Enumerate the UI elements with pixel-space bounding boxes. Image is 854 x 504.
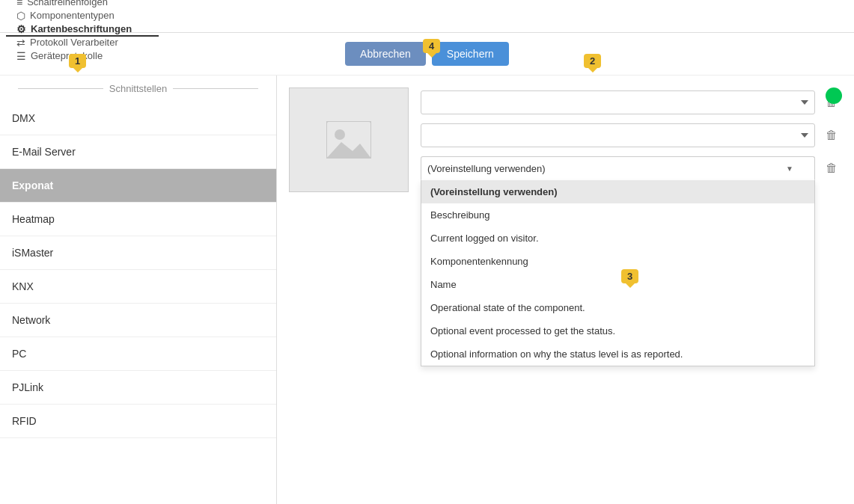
badge-3: 3 — [621, 269, 638, 283]
svg-marker-2 — [326, 142, 371, 159]
sidebar-item-knx[interactable]: KNX — [0, 270, 276, 304]
sidebar-item-pc[interactable]: PC — [0, 337, 276, 371]
badge-2: 2 — [584, 54, 601, 68]
top-navigation: ⬡Hierarchie◫Gruppenarten und -ebenen≡Sch… — [0, 0, 854, 33]
right-panel: 🗑 🗑 (Voreinstellung verwenden) — [277, 76, 854, 504]
sidebar-item-exponat[interactable]: Exponat — [0, 169, 276, 203]
save-button[interactable]: Speichern — [432, 42, 509, 66]
top-panel-row: 🗑 🗑 (Voreinstellung verwenden) — [289, 87, 842, 192]
dropdown-option-operational_state[interactable]: Operational state of the component. — [421, 296, 814, 319]
dropdown-3-trigger[interactable]: (Voreinstellung verwenden) ▼ — [421, 156, 815, 180]
dropdown-row-1: 🗑 — [421, 90, 842, 114]
chevron-down-icon: ▼ — [786, 165, 793, 173]
delete-button-2[interactable]: 🗑 — [821, 125, 842, 146]
main-container: Abbrechen Speichern Schnittstellen DMXE-… — [0, 33, 854, 504]
badge-1: 1 — [69, 54, 86, 68]
dropdown-1[interactable] — [421, 90, 815, 114]
dropdown-option-current_visitor[interactable]: Current logged on visitor. — [421, 227, 814, 250]
nav-icon-schaltreihenfolgen: ≡ — [16, 0, 22, 8]
content-area: Schnittstellen DMXE-Mail ServerExponatHe… — [0, 76, 854, 504]
sidebar-item-network[interactable]: Network — [0, 304, 276, 337]
nav-label-schaltreihenfolgen: Schaltreihenfolgen — [27, 0, 108, 7]
dropdown-3-value: (Voreinstellung verwenden) — [427, 163, 546, 174]
dropdown-option-beschreibung[interactable]: Beschreibung — [421, 203, 814, 227]
dropdown-option-voreinstellung[interactable]: (Voreinstellung verwenden) — [421, 180, 814, 203]
dropdowns-area: 🗑 🗑 (Voreinstellung verwenden) — [421, 90, 842, 189]
sidebar-item-dmx[interactable]: DMX — [0, 102, 276, 135]
sidebar-items: DMXE-Mail ServerExponatHeatmapiSMasterKN… — [0, 102, 276, 438]
svg-point-1 — [335, 129, 345, 140]
dropdown-3-menu: (Voreinstellung verwenden)BeschreibungCu… — [421, 180, 815, 366]
nav-tab-schaltreihenfolgen[interactable]: ≡Schaltreihenfolgen — [6, 0, 159, 10]
delete-button-3[interactable]: 🗑 — [821, 158, 842, 179]
dropdown-option-komponentenkennung[interactable]: Komponentenkennung — [421, 250, 814, 273]
dropdown-row-2: 🗑 — [421, 123, 842, 147]
dropdown-option-optional_event[interactable]: Optional event processed to get the stat… — [421, 319, 814, 342]
dropdown-option-name[interactable]: Name — [421, 273, 814, 296]
status-indicator — [826, 87, 842, 104]
sidebar-item-ismaster[interactable]: iSMaster — [0, 236, 276, 270]
dropdown-row-3: (Voreinstellung verwenden) ▼ (Voreinstel… — [421, 156, 842, 180]
nav-tab-komponententypen[interactable]: ⬡Komponententypen — [6, 10, 159, 23]
sidebar-item-rfid[interactable]: RFID — [0, 405, 276, 438]
sidebar-item-email[interactable]: E-Mail Server — [0, 135, 276, 169]
nav-icon-komponententypen: ⬡ — [16, 10, 25, 22]
sidebar: Schnittstellen DMXE-Mail ServerExponatHe… — [0, 76, 277, 504]
cancel-button[interactable]: Abbrechen — [345, 42, 426, 66]
image-placeholder — [289, 87, 409, 192]
dropdown-option-optional_info[interactable]: Optional information on why the status l… — [421, 342, 814, 366]
dropdown-2[interactable] — [421, 123, 815, 147]
badge-4: 4 — [423, 39, 440, 53]
sidebar-item-pjlink[interactable]: PJLink — [0, 371, 276, 405]
sidebar-item-heatmap[interactable]: Heatmap — [0, 203, 276, 236]
nav-label-komponententypen: Komponententypen — [30, 10, 115, 21]
dropdown-3-wrapper: (Voreinstellung verwenden) ▼ (Voreinstel… — [421, 156, 815, 180]
sidebar-header: Schnittstellen — [0, 76, 276, 102]
